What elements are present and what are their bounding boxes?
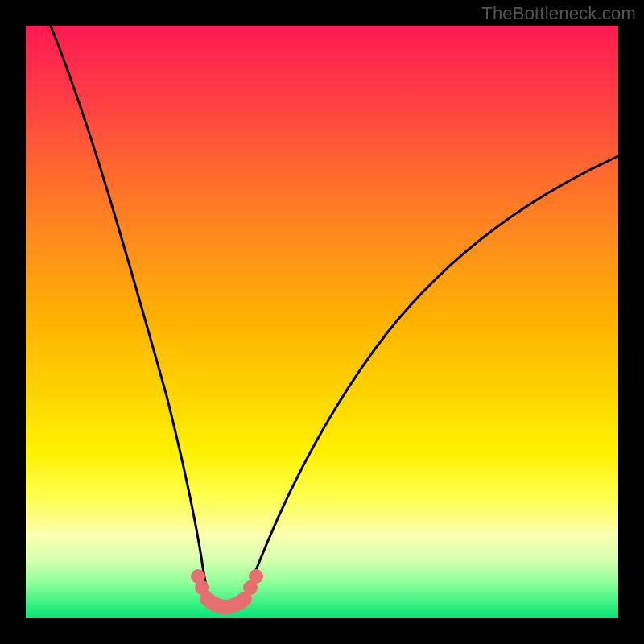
curve-right-branch	[242, 156, 618, 604]
trough-highlight	[207, 599, 245, 607]
plot-area	[26, 26, 618, 618]
watermark-text: TheBottleneck.com	[481, 3, 636, 24]
chart-frame: TheBottleneck.com	[0, 0, 644, 644]
curve-left-branch	[50, 24, 211, 604]
marker-right-upper	[249, 569, 263, 584]
curve-layer	[26, 26, 618, 618]
marker-left-lower	[195, 580, 209, 595]
